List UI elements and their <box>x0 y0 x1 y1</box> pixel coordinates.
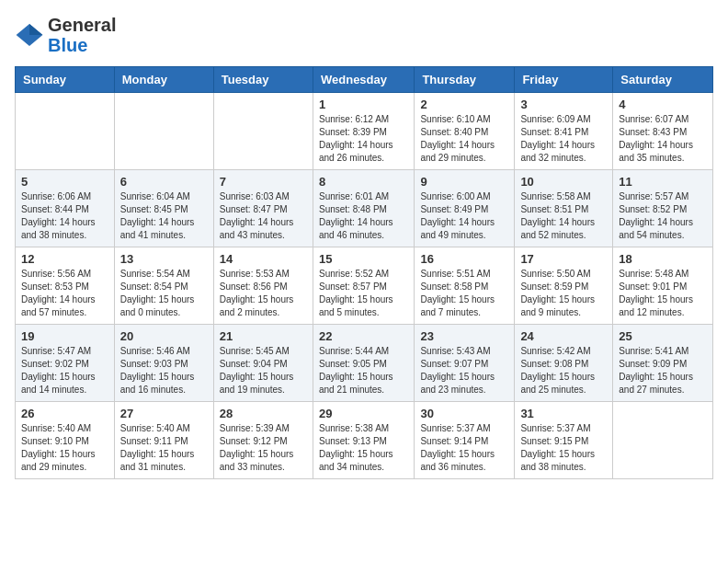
day-number: 28 <box>220 407 307 420</box>
day-info: Sunrise: 5:47 AM Sunset: 9:02 PM Dayligh… <box>21 345 108 396</box>
calendar-day-cell: 5Sunrise: 6:06 AM Sunset: 8:44 PM Daylig… <box>16 170 115 247</box>
day-info: Sunrise: 5:37 AM Sunset: 9:14 PM Dayligh… <box>420 422 508 474</box>
day-number: 10 <box>520 175 607 189</box>
calendar-day-cell: 24Sunrise: 5:42 AM Sunset: 9:08 PM Dayli… <box>515 325 613 402</box>
day-number: 17 <box>520 252 607 266</box>
day-number: 27 <box>120 407 208 420</box>
calendar-day-cell: 28Sunrise: 5:39 AM Sunset: 9:12 PM Dayli… <box>213 402 313 479</box>
day-info: Sunrise: 5:46 AM Sunset: 9:03 PM Dayligh… <box>120 345 208 396</box>
day-info: Sunrise: 5:37 AM Sunset: 9:15 PM Dayligh… <box>520 422 607 474</box>
day-info: Sunrise: 6:00 AM Sunset: 8:49 PM Dayligh… <box>420 190 508 242</box>
day-info: Sunrise: 5:39 AM Sunset: 9:12 PM Dayligh… <box>220 422 307 474</box>
calendar-day-cell: 20Sunrise: 5:46 AM Sunset: 9:03 PM Dayli… <box>114 325 213 402</box>
day-info: Sunrise: 5:56 AM Sunset: 8:53 PM Dayligh… <box>21 268 108 319</box>
calendar-day-cell: 29Sunrise: 5:38 AM Sunset: 9:13 PM Dayli… <box>313 402 414 479</box>
calendar-day-cell <box>114 93 213 170</box>
day-info: Sunrise: 6:10 AM Sunset: 8:40 PM Dayligh… <box>420 113 508 165</box>
day-number: 6 <box>120 175 208 189</box>
day-of-week-header: Wednesday <box>313 67 414 93</box>
day-number: 26 <box>21 407 108 420</box>
day-number: 20 <box>120 329 208 343</box>
calendar-day-cell: 26Sunrise: 5:40 AM Sunset: 9:10 PM Dayli… <box>16 402 115 479</box>
calendar-day-cell: 27Sunrise: 5:40 AM Sunset: 9:11 PM Dayli… <box>114 402 213 479</box>
day-info: Sunrise: 5:41 AM Sunset: 9:09 PM Dayligh… <box>619 345 707 396</box>
day-of-week-header: Tuesday <box>213 67 313 93</box>
calendar-header-row: SundayMondayTuesdayWednesdayThursdayFrid… <box>16 67 713 93</box>
day-info: Sunrise: 5:54 AM Sunset: 8:54 PM Dayligh… <box>120 268 208 319</box>
calendar-day-cell: 2Sunrise: 6:10 AM Sunset: 8:40 PM Daylig… <box>415 93 515 170</box>
day-number: 16 <box>420 252 508 266</box>
calendar-week-row: 19Sunrise: 5:47 AM Sunset: 9:02 PM Dayli… <box>16 325 713 402</box>
calendar-day-cell: 12Sunrise: 5:56 AM Sunset: 8:53 PM Dayli… <box>16 247 115 325</box>
day-info: Sunrise: 5:38 AM Sunset: 9:13 PM Dayligh… <box>319 422 408 474</box>
day-number: 14 <box>220 252 307 266</box>
day-number: 24 <box>520 329 607 343</box>
day-number: 8 <box>319 175 408 189</box>
logo-text: General Blue <box>48 15 116 55</box>
day-info: Sunrise: 5:53 AM Sunset: 8:56 PM Dayligh… <box>220 268 307 319</box>
day-number: 15 <box>319 252 408 266</box>
calendar-day-cell: 8Sunrise: 6:01 AM Sunset: 8:48 PM Daylig… <box>313 170 414 247</box>
calendar-day-cell: 4Sunrise: 6:07 AM Sunset: 8:43 PM Daylig… <box>613 93 713 170</box>
day-info: Sunrise: 5:43 AM Sunset: 9:07 PM Dayligh… <box>420 345 508 396</box>
day-number: 4 <box>619 98 707 111</box>
day-info: Sunrise: 5:57 AM Sunset: 8:52 PM Dayligh… <box>619 190 707 242</box>
day-number: 9 <box>420 175 508 189</box>
calendar-day-cell: 17Sunrise: 5:50 AM Sunset: 8:59 PM Dayli… <box>515 247 613 325</box>
day-info: Sunrise: 5:50 AM Sunset: 8:59 PM Dayligh… <box>520 268 607 319</box>
day-number: 19 <box>21 329 108 343</box>
day-info: Sunrise: 6:07 AM Sunset: 8:43 PM Dayligh… <box>619 113 707 165</box>
calendar-week-row: 1Sunrise: 6:12 AM Sunset: 8:39 PM Daylig… <box>16 93 713 170</box>
calendar-day-cell: 31Sunrise: 5:37 AM Sunset: 9:15 PM Dayli… <box>515 402 613 479</box>
calendar-day-cell: 16Sunrise: 5:51 AM Sunset: 8:58 PM Dayli… <box>415 247 515 325</box>
day-number: 12 <box>21 252 108 266</box>
calendar-day-cell: 6Sunrise: 6:04 AM Sunset: 8:45 PM Daylig… <box>114 170 213 247</box>
day-info: Sunrise: 5:52 AM Sunset: 8:57 PM Dayligh… <box>319 268 408 319</box>
day-number: 1 <box>319 98 408 111</box>
day-number: 22 <box>319 329 408 343</box>
calendar-day-cell: 10Sunrise: 5:58 AM Sunset: 8:51 PM Dayli… <box>515 170 613 247</box>
day-info: Sunrise: 6:09 AM Sunset: 8:41 PM Dayligh… <box>520 113 607 165</box>
calendar-week-row: 26Sunrise: 5:40 AM Sunset: 9:10 PM Dayli… <box>16 402 713 479</box>
day-number: 21 <box>220 329 307 343</box>
calendar-day-cell <box>613 402 713 479</box>
calendar-day-cell: 11Sunrise: 5:57 AM Sunset: 8:52 PM Dayli… <box>613 170 713 247</box>
day-info: Sunrise: 5:44 AM Sunset: 9:05 PM Dayligh… <box>319 345 408 396</box>
day-number: 31 <box>520 407 607 420</box>
day-number: 5 <box>21 175 108 189</box>
day-number: 23 <box>420 329 508 343</box>
day-number: 3 <box>520 98 607 111</box>
calendar-day-cell: 25Sunrise: 5:41 AM Sunset: 9:09 PM Dayli… <box>613 325 713 402</box>
calendar-day-cell: 14Sunrise: 5:53 AM Sunset: 8:56 PM Dayli… <box>213 247 313 325</box>
day-info: Sunrise: 5:48 AM Sunset: 9:01 PM Dayligh… <box>619 268 707 319</box>
day-info: Sunrise: 6:03 AM Sunset: 8:47 PM Dayligh… <box>220 190 307 242</box>
day-number: 29 <box>319 407 408 420</box>
calendar-day-cell: 3Sunrise: 6:09 AM Sunset: 8:41 PM Daylig… <box>515 93 613 170</box>
day-info: Sunrise: 5:42 AM Sunset: 9:08 PM Dayligh… <box>520 345 607 396</box>
calendar-day-cell: 1Sunrise: 6:12 AM Sunset: 8:39 PM Daylig… <box>313 93 414 170</box>
day-of-week-header: Saturday <box>613 67 713 93</box>
calendar-day-cell: 18Sunrise: 5:48 AM Sunset: 9:01 PM Dayli… <box>613 247 713 325</box>
calendar-day-cell: 19Sunrise: 5:47 AM Sunset: 9:02 PM Dayli… <box>16 325 115 402</box>
calendar-day-cell: 13Sunrise: 5:54 AM Sunset: 8:54 PM Dayli… <box>114 247 213 325</box>
day-of-week-header: Sunday <box>16 67 115 93</box>
calendar-week-row: 5Sunrise: 6:06 AM Sunset: 8:44 PM Daylig… <box>16 170 713 247</box>
day-number: 18 <box>619 252 707 266</box>
day-of-week-header: Thursday <box>415 67 515 93</box>
logo: General Blue <box>15 15 116 55</box>
day-info: Sunrise: 5:40 AM Sunset: 9:10 PM Dayligh… <box>21 422 108 474</box>
calendar-day-cell: 9Sunrise: 6:00 AM Sunset: 8:49 PM Daylig… <box>415 170 515 247</box>
day-info: Sunrise: 6:01 AM Sunset: 8:48 PM Dayligh… <box>319 190 408 242</box>
day-of-week-header: Monday <box>114 67 213 93</box>
calendar-day-cell: 21Sunrise: 5:45 AM Sunset: 9:04 PM Dayli… <box>213 325 313 402</box>
logo-icon <box>15 20 44 50</box>
calendar-week-row: 12Sunrise: 5:56 AM Sunset: 8:53 PM Dayli… <box>16 247 713 325</box>
calendar-day-cell: 22Sunrise: 5:44 AM Sunset: 9:05 PM Dayli… <box>313 325 414 402</box>
day-info: Sunrise: 5:51 AM Sunset: 8:58 PM Dayligh… <box>420 268 508 319</box>
day-number: 2 <box>420 98 508 111</box>
calendar-day-cell <box>213 93 313 170</box>
calendar-day-cell: 23Sunrise: 5:43 AM Sunset: 9:07 PM Dayli… <box>415 325 515 402</box>
calendar-table: SundayMondayTuesdayWednesdayThursdayFrid… <box>15 66 713 479</box>
calendar-day-cell <box>16 93 115 170</box>
day-info: Sunrise: 5:40 AM Sunset: 9:11 PM Dayligh… <box>120 422 208 474</box>
